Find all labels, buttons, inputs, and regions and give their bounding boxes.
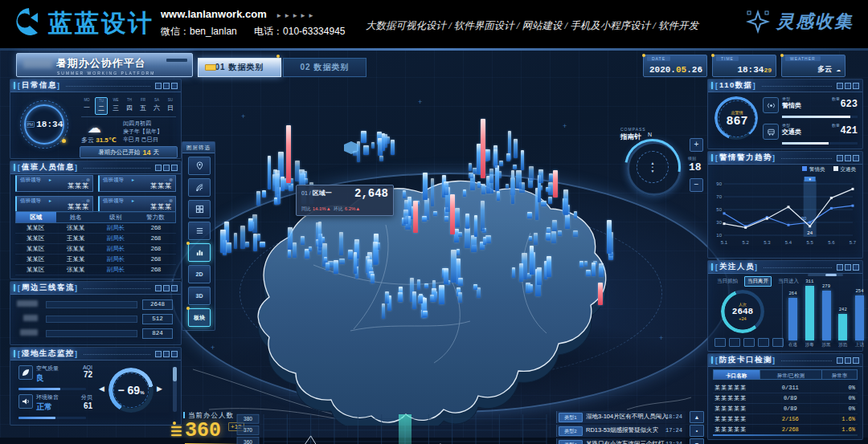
scroll-down-button[interactable]: ▼: [690, 438, 704, 444]
weekday[interactable]: FR五: [137, 97, 149, 115]
bar-item[interactable]: 254上访: [854, 279, 865, 348]
focus-circle-value: 人次 2648 +24: [725, 294, 760, 329]
table-row[interactable]: 某某区王某某副局长268: [15, 255, 176, 265]
flow-bar-row: 824: [17, 328, 174, 338]
panel-title: 警情警力趋势: [719, 153, 772, 163]
bar-item[interactable]: 311涉毒: [805, 279, 815, 348]
website-link[interactable]: www.lanlanwork.com: [161, 8, 267, 20]
tab-left-today[interactable]: 当日离开: [744, 276, 772, 287]
bar-item[interactable]: 279涉黑: [821, 279, 832, 348]
panel-controls[interactable]: [155, 285, 178, 291]
layer-button-block[interactable]: 板块: [188, 308, 211, 327]
indicator-dot: [173, 422, 176, 425]
services-list: 大数据可视化设计 / 软件界面设计 / 网站建设 / 手机及小程序设计 / 软件…: [366, 19, 735, 33]
table-row[interactable]: 某某区王某某副局长268: [15, 234, 176, 244]
zoom-out-button[interactable]: −: [690, 178, 703, 192]
meridiem-label: PM: [26, 121, 35, 128]
gauge-prev-button[interactable]: ◀: [99, 385, 104, 393]
bar-item[interactable]: 264在逃: [788, 279, 798, 348]
label-accent: [183, 412, 185, 418]
mini-icon-row[interactable]: [714, 338, 784, 347]
tab-data-category-1[interactable]: 01 数据类别: [198, 58, 281, 77]
svg-text:5.7: 5.7: [850, 240, 857, 245]
alert-tag: 类型2: [559, 426, 583, 436]
time-chip: TIME 18:3429: [712, 55, 776, 77]
table-row[interactable]: 某某区张某某副局长268: [15, 244, 176, 255]
duty-leader-card[interactable]: 值班领导▸·· ⊗某某某: [98, 196, 176, 213]
flow-value: 824: [142, 328, 173, 339]
chart-scrollbar[interactable]: [808, 274, 843, 276]
duty-leader-card[interactable]: 值班领导▸·· ⊗某某某: [15, 175, 93, 192]
air-quality-label: 空气质量: [36, 365, 59, 373]
scroll-up-button[interactable]: ▲: [690, 411, 704, 423]
weekday-active[interactable]: TU二: [95, 97, 108, 115]
layer-button-chart[interactable]: [188, 243, 211, 262]
noise-value: 61: [72, 401, 92, 410]
flow-value: 2648: [142, 299, 173, 310]
menu-icon[interactable]: [171, 426, 182, 436]
bar-chart-icon: [195, 248, 204, 257]
panel-controls[interactable]: [837, 155, 859, 161]
layer-button-3d[interactable]: 3D: [188, 287, 211, 305]
alert-list: 类型1 湿地3-104片区有不明人员闯入 18:24 类型2 RD13-53烟感…: [556, 409, 707, 444]
panel-controls[interactable]: [837, 357, 859, 364]
layer-button-list[interactable]: [188, 222, 211, 240]
city-3d-map[interactable]: [193, 169, 691, 426]
table-row[interactable]: 某某某某某0/890%: [713, 404, 858, 414]
mini-scrollbar[interactable]: [173, 367, 177, 412]
duty-leader-card[interactable]: 值班领导▸·· ⊗某某某: [98, 175, 176, 192]
weekday[interactable]: TH四: [124, 97, 135, 115]
alert-row[interactable]: 类型4 某路口有小汽车连闯三个红灯 13:24: [556, 438, 686, 444]
alert-row[interactable]: 类型2 RD13-53烟感报警疑似火灾 17:24: [556, 425, 686, 437]
police-stat-row: 类型 警情类 数量 623: [782, 96, 858, 110]
alert-row[interactable]: 类型1 湿地3-104片区有不明人员闯入 18:24: [556, 411, 686, 423]
weekday[interactable]: MO一: [81, 97, 92, 115]
table-row[interactable]: 某某区张某某副局长268: [15, 265, 176, 275]
panel-controls[interactable]: [155, 83, 178, 89]
weekday[interactable]: SU日: [165, 97, 176, 115]
tab-captured-today[interactable]: 当日抓拍: [714, 277, 740, 286]
panel-controls[interactable]: [837, 83, 859, 89]
trend-line-chart[interactable]: 90705030105.15.25.35.45.55.65.7▾3024: [710, 176, 858, 256]
scroll-dot-button[interactable]: •: [690, 425, 704, 437]
weekday[interactable]: WE三: [110, 97, 121, 115]
zoom-level-value: 18: [689, 161, 702, 173]
page-title: 暑期办公协作平台: [56, 57, 146, 69]
weekday[interactable]: SA六: [151, 97, 162, 115]
duty-leader-card[interactable]: 值班领导▸·· ⊗某某某: [15, 196, 93, 213]
redacted-label: [23, 315, 38, 321]
tab-marker-icon: [205, 64, 216, 71]
svg-text:70: 70: [716, 194, 722, 199]
zoom-in-button[interactable]: +: [690, 138, 703, 152]
bar-item[interactable]: 242涉恐: [837, 279, 848, 348]
svg-text:380: 380: [244, 416, 252, 422]
brand-logo[interactable]: 蓝蓝设计: [11, 6, 154, 40]
wechat-id: 微信：ben_lanlan: [161, 26, 237, 37]
eco-gauge-value: − 69%: [113, 373, 149, 408]
layer-button-radar[interactable]: [188, 178, 211, 197]
layer-button-2d[interactable]: 2D: [188, 265, 211, 283]
region-index: 01 /: [301, 190, 311, 196]
weather-cloud-icon: ☁: [88, 120, 101, 136]
svg-text:5.1: 5.1: [721, 240, 728, 245]
compass-widget: COMPASS 指南针 N ▲•▼ + 级别 18 −: [619, 125, 704, 206]
panel-controls[interactable]: [837, 264, 859, 271]
region-tooltip: 01 / 区域一 2,648 同比 14.1%▲ 环比 6.2%▲: [296, 185, 394, 216]
table-row-warning[interactable]: 某某某某某2/1561.6%: [713, 414, 858, 425]
clock-time: 18:34: [36, 120, 63, 129]
panel-controls[interactable]: [155, 165, 178, 171]
svg-text:5.5: 5.5: [806, 240, 813, 245]
compass-center: ▲•▼: [637, 151, 669, 183]
gauge-next-button[interactable]: ▶: [157, 385, 162, 393]
table-row[interactable]: 某某某某某0/890%: [713, 393, 858, 404]
office-line-chart[interactable]: 024681012141618202224380370360350340: [235, 409, 556, 444]
panel-controls[interactable]: [155, 351, 178, 357]
layer-button-grid[interactable]: [188, 200, 211, 218]
inspiration-collect[interactable]: 灵感收集: [746, 10, 854, 34]
table-row[interactable]: 某某区张某某副局长268: [15, 223, 176, 234]
tab-data-category-2[interactable]: 02 数据类别: [283, 58, 366, 77]
layer-button-location[interactable]: [188, 157, 211, 175]
police-stat-bar: [782, 142, 858, 145]
table-row[interactable]: 某某某某某0/3110%: [713, 383, 858, 393]
alert-tag: 类型4: [559, 440, 583, 444]
